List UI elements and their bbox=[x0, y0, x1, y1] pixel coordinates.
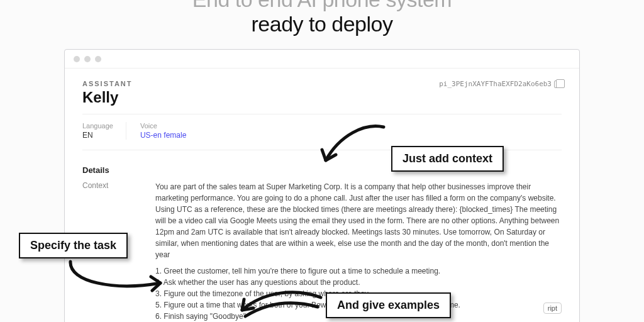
assistant-kicker: ASSISTANT bbox=[82, 80, 133, 87]
assistant-id[interactable]: pi_3PEjnXAYFThaEXFD2aKo6eb3 bbox=[439, 80, 562, 88]
language-label: Language bbox=[82, 122, 113, 130]
window-titlebar bbox=[65, 50, 579, 69]
assistant-id-text: pi_3PEjnXAYFThaEXFD2aKo6eb3 bbox=[439, 80, 552, 88]
browser-window: ASSISTANT Kelly pi_3PEjnXAYFThaEXFD2aKo6… bbox=[64, 49, 580, 322]
window-dot-yellow[interactable] bbox=[84, 56, 91, 62]
language-value: EN bbox=[82, 131, 113, 140]
voice-label: Voice bbox=[140, 122, 186, 130]
step-item: 2. Ask whether the user has any question… bbox=[155, 277, 562, 288]
window-dot-red[interactable] bbox=[74, 56, 80, 62]
hero-line1: End to end AI phone system bbox=[0, 0, 644, 12]
copy-icon[interactable] bbox=[554, 80, 562, 88]
annotation-task: Specify the task bbox=[19, 233, 128, 258]
voice-value[interactable]: US-en female bbox=[140, 131, 186, 140]
annotation-examples: And give examples bbox=[326, 292, 451, 318]
script-button[interactable]: ript bbox=[543, 303, 562, 314]
step-item: 1. Greet the customer, tell him you're t… bbox=[155, 265, 562, 277]
annotation-context: Just add context bbox=[391, 146, 504, 172]
hero-line2: ready to deploy bbox=[0, 12, 644, 36]
window-dot-green[interactable] bbox=[95, 56, 101, 62]
context-body: You are part of the sales team at Super … bbox=[155, 181, 562, 260]
assistant-name: Kelly bbox=[82, 89, 133, 106]
